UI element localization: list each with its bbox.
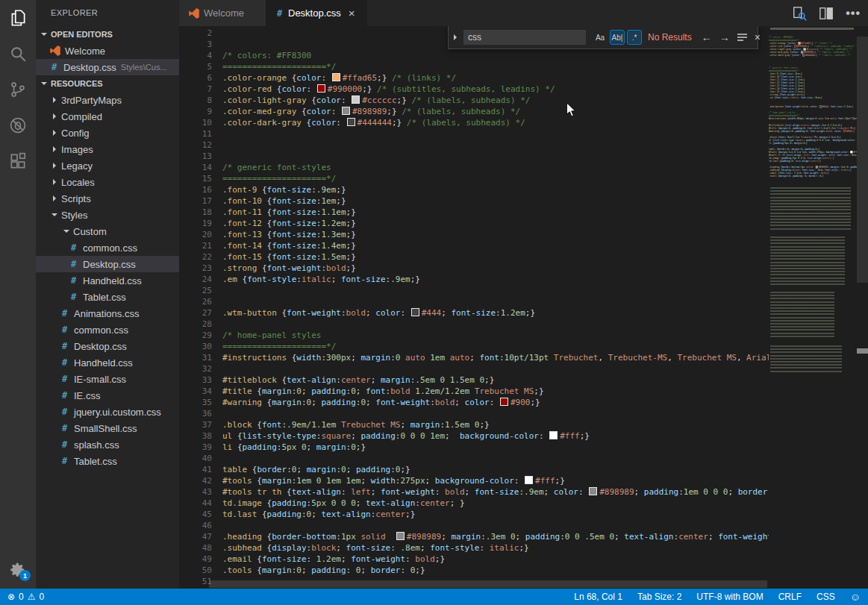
tree-folder-compiled[interactable]: Compiled <box>36 108 179 125</box>
activity-item-debug[interactable] <box>0 107 36 143</box>
tab-welcome[interactable]: Welcome <box>179 0 266 26</box>
activity-item-source-control[interactable] <box>0 72 36 107</box>
tree-file-common-css[interactable]: #common.css <box>36 239 179 256</box>
code-line[interactable]: 21.font-14 {font-size:1.4em;} <box>179 240 769 251</box>
code-line[interactable]: 47.heading {border-bottom:1px solid #898… <box>179 531 769 542</box>
tree-file-animations-css[interactable]: #Animations.css <box>36 305 179 322</box>
code-line[interactable]: 17.font-10 {font-size:1em;} <box>179 195 769 207</box>
find-close-button[interactable]: × <box>755 32 761 43</box>
code-line[interactable]: 27.wtm-button {font-weight:bold; color: … <box>179 307 769 319</box>
code-line[interactable]: 9.color-med-gray {color: #898989;} /* (l… <box>179 106 769 117</box>
tree-folder-3rdpartymaps[interactable]: 3rdPartyMaps <box>36 92 179 108</box>
code-line[interactable]: 39li {padding:5px 0; margin:0;} <box>179 442 769 453</box>
code-line[interactable]: 33#titleblock {text-align:center; margin… <box>179 374 769 386</box>
code-line[interactable]: 31#instructions {width:300px; margin:0 a… <box>179 352 769 363</box>
code-line[interactable]: 41table {border:0; margin:0; padding:0;} <box>179 464 769 475</box>
code-line[interactable]: 40 <box>179 453 769 464</box>
tree-folder-custom[interactable]: Custom <box>36 223 179 239</box>
code-line[interactable]: 34#title {margin:0; padding:0; font:bold… <box>179 386 769 397</box>
feedback-smiley-icon[interactable]: ☺ <box>850 591 861 603</box>
code-line[interactable]: 43#tools tr th {text-align: left; font-w… <box>179 486 769 498</box>
code-line[interactable]: 22.font-15 {font-size:1.5em;} <box>179 251 769 263</box>
tree-file-jquery-ui-custom-css[interactable]: #jquery.ui.custom.css <box>36 404 179 420</box>
code-line[interactable]: 18.font-11 {font-size:1.1em;} <box>179 207 769 218</box>
open-editor-item-welcome[interactable]: Welcome <box>36 43 179 59</box>
minimap[interactable]: /* colors: #FF8300=====================*… <box>769 26 857 589</box>
code-line[interactable]: 11 <box>179 128 769 140</box>
settings-button[interactable]: 1 <box>0 557 36 583</box>
code-area[interactable]: 234/* colors: #FF83005==================… <box>179 28 769 587</box>
activity-item-search[interactable] <box>0 36 36 72</box>
status-item-ln-68-col-1[interactable]: Ln 68, Col 1 <box>574 592 622 602</box>
code-line[interactable]: 8.color-light-gray {color: #cccccc;} /* … <box>179 95 769 106</box>
code-line[interactable]: 37.block {font:.9em/1.1em Trebuchet MS; … <box>179 419 769 430</box>
code-line[interactable]: 23.strong {font-weight:bold;} <box>179 263 769 274</box>
find-toggle-whole-word[interactable]: Ab| <box>610 30 625 45</box>
code-line[interactable]: 36 <box>179 408 769 419</box>
status-item-crlf[interactable]: CRLF <box>778 592 802 602</box>
code-line[interactable]: 26 <box>179 296 769 307</box>
tree-folder-locales[interactable]: Locales <box>36 174 179 190</box>
find-input[interactable] <box>463 30 586 45</box>
code-line[interactable]: 28 <box>179 319 769 330</box>
code-line[interactable]: 38ul {list-style-type:square; padding:0 … <box>179 430 769 442</box>
activity-item-extensions[interactable] <box>0 143 36 179</box>
horizontal-scrollbar[interactable] <box>209 580 767 588</box>
open-editor-item-desktop-css[interactable]: #Desktop.cssStyles\Cus... <box>36 59 179 75</box>
code-line[interactable]: 46 <box>179 520 769 531</box>
toggle-replace-icon[interactable] <box>454 34 460 40</box>
find-toggle-regex[interactable]: .* <box>627 30 642 45</box>
code-line[interactable]: 42#tools {margin:1em 0 1em 1em; width:27… <box>179 475 769 486</box>
code-line[interactable]: 29/* home-panel styles <box>179 330 769 341</box>
code-line[interactable]: 15=====================*/ <box>179 173 769 184</box>
vertical-scrollbar[interactable] <box>857 37 868 283</box>
status-item-tab-size-2[interactable]: Tab Size: 2 <box>637 592 681 602</box>
tree-file-ie-small-css[interactable]: #IE-small.css <box>36 371 179 387</box>
code-line[interactable]: 44td.image {padding:5px 0 0 0; text-alig… <box>179 498 769 509</box>
code-line[interactable]: 50.tools {margin:0; padding: 0; border: … <box>179 565 769 576</box>
code-line[interactable]: 49.email {font-size: 1.2em; font-weight:… <box>179 554 769 565</box>
code-line[interactable]: 5=====================*/ <box>179 61 769 72</box>
code-line[interactable]: 19.font-12 {font-size:1.2em;} <box>179 218 769 229</box>
tab-close-icon[interactable]: × <box>349 7 355 19</box>
code-line[interactable]: 32 <box>179 363 769 374</box>
tree-file-ie-css[interactable]: #IE.css <box>36 387 179 404</box>
tree-folder-legacy[interactable]: Legacy <box>36 157 179 174</box>
code-line[interactable]: 35#warning {margin:0; padding:0; font-we… <box>179 397 769 408</box>
code-line[interactable]: 48.subhead {display:block; font-size: .8… <box>179 542 769 554</box>
code-line[interactable]: 45td.last {padding:0; text-align:center;… <box>179 509 769 520</box>
tree-file-handheld-css[interactable]: #Handheld.css <box>36 354 179 371</box>
tree-file-tablet-css[interactable]: #Tablet.css <box>36 289 179 305</box>
find-next-button[interactable]: → <box>719 32 730 43</box>
tree-folder-images[interactable]: Images <box>36 141 179 157</box>
code-line[interactable]: 13 <box>179 151 769 162</box>
problems-status[interactable]: ⊗ 0 ⚠ 0 <box>7 592 44 602</box>
status-item-css[interactable]: CSS <box>817 592 835 602</box>
tree-folder-scripts[interactable]: Scripts <box>36 190 179 207</box>
code-line[interactable]: 6.color-orange {color: #ffad65;} /* (lin… <box>179 72 769 84</box>
code-line[interactable]: 7.color-red {color: #990000;} /* (subtit… <box>179 84 769 95</box>
find-in-selection-icon[interactable] <box>737 33 747 42</box>
code-line[interactable]: 24.em {font-style:italic; font-size:.9em… <box>179 274 769 285</box>
activity-item-explorer[interactable] <box>0 0 36 36</box>
open-editors-header[interactable]: OPEN EDITORS <box>36 26 179 43</box>
code-line[interactable]: 4/* colors: #FF8300 <box>179 50 769 61</box>
more-actions-icon[interactable]: ••• <box>846 7 861 20</box>
tree-file-desktop-css[interactable]: #Desktop.css <box>36 256 179 272</box>
tree-file-desktop-css[interactable]: #Desktop.css <box>36 338 179 354</box>
find-toggle-match-case[interactable]: Aa <box>593 30 608 45</box>
tree-file-common-css[interactable]: #common.css <box>36 322 179 338</box>
tree-file-splash-css[interactable]: #splash.css <box>36 436 179 453</box>
code-line[interactable]: 25 <box>179 285 769 296</box>
tab-desktop-css[interactable]: #Desktop.css× <box>266 0 367 26</box>
status-item-utf-8-with-bom[interactable]: UTF-8 with BOM <box>696 592 763 602</box>
tree-folder-config[interactable]: Config <box>36 125 179 141</box>
code-line[interactable]: 14/* generic font-styles <box>179 162 769 173</box>
file-search-icon[interactable] <box>792 6 807 21</box>
code-line[interactable]: 10.color-dark-gray {color: #444444;} /* … <box>179 117 769 128</box>
code-line[interactable]: 30=====================*/ <box>179 341 769 352</box>
code-line[interactable]: 16.font-9 {font-size:.9em;} <box>179 184 769 195</box>
find-previous-button[interactable]: ← <box>702 32 712 43</box>
split-editor-icon[interactable] <box>819 6 834 21</box>
tree-file-tablet-css[interactable]: #Tablet.css <box>36 453 179 469</box>
